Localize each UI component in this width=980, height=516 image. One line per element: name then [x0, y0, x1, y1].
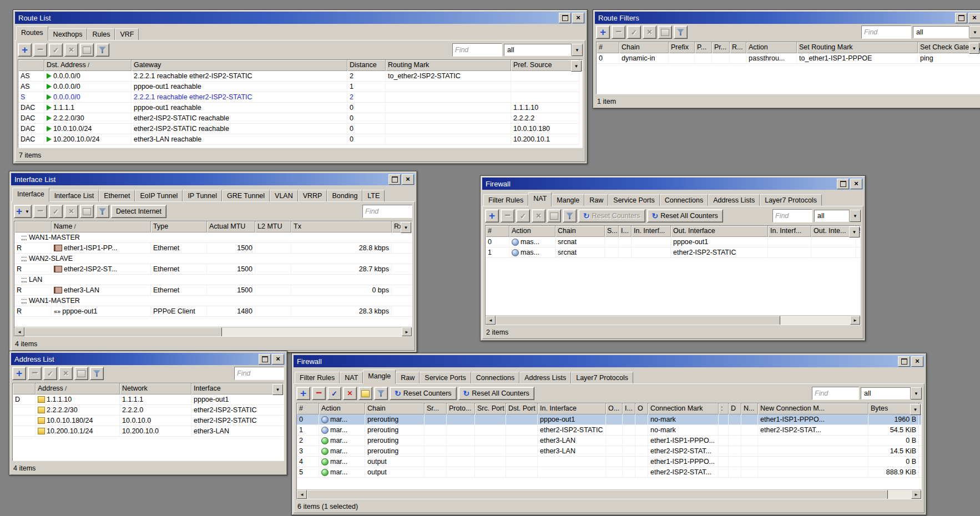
table-cell[interactable]: 10.200.10.1/24 [36, 426, 120, 437]
table-cell[interactable]: DAC [18, 124, 44, 134]
table-cell[interactable] [475, 446, 506, 457]
table-cell[interactable] [719, 436, 729, 446]
filter-button[interactable] [90, 367, 104, 380]
scroll-right-button[interactable]: ► [911, 490, 921, 499]
table-cell[interactable]: pppoe-out1 [538, 414, 606, 425]
table-cell[interactable] [447, 414, 475, 425]
column-header[interactable]: In. Interface [538, 403, 606, 414]
table-cell[interactable]: passthrou... [746, 53, 797, 64]
add-button[interactable]: + [485, 209, 499, 222]
scrollbar-thumb[interactable] [496, 316, 780, 325]
comment-button[interactable] [358, 387, 372, 400]
table-cell[interactable] [623, 467, 635, 478]
table-cell[interactable]: 10.0.10.0 [120, 416, 191, 426]
table-cell[interactable] [619, 247, 632, 258]
address-list-window[interactable]: Address List × + − ✓ ✕ ▼ Address /Networ… [9, 351, 287, 475]
table-cell[interactable]: PPPoE Client [151, 306, 207, 317]
table-cell[interactable]: pppoe-out1 reachable [132, 103, 347, 113]
table-cell[interactable]: mar... [319, 425, 365, 436]
column-header[interactable]: Actual MTU [207, 221, 255, 232]
table-cell[interactable]: 0 [347, 124, 386, 134]
scroll-left-button[interactable]: ◄ [486, 316, 496, 325]
table-cell[interactable]: 1500 [207, 243, 255, 254]
table-cell[interactable]: 1 [486, 247, 509, 258]
firewall-nat-window[interactable]: Firewall × Filter RulesNATMangleRawServi… [480, 175, 866, 341]
column-header[interactable]: Pr... [712, 42, 730, 53]
table-cell[interactable]: 1.1.1.10 [511, 103, 579, 113]
table-cell[interactable] [811, 247, 856, 258]
tab-raw[interactable]: Raw [584, 194, 608, 206]
table-cell[interactable] [741, 446, 758, 457]
comment-row[interactable]: ;;; LAN [14, 275, 412, 285]
column-selector-button[interactable]: ▼ [401, 222, 411, 233]
comment-row[interactable]: ;;; WAN1-MASTER [14, 296, 412, 306]
table-cell[interactable]: 2.2.2.0/30 [44, 113, 132, 124]
reset-all-counters-button[interactable]: ↻Reset All Counters [647, 209, 723, 222]
table-cell[interactable] [13, 426, 36, 437]
table-cell[interactable] [538, 467, 606, 478]
filter-button[interactable] [374, 387, 388, 400]
table-cell[interactable] [719, 425, 729, 436]
maximize-button[interactable] [559, 13, 571, 23]
table-cell[interactable] [506, 436, 538, 446]
table-cell[interactable] [511, 92, 579, 103]
table-cell[interactable]: 0 [597, 53, 619, 64]
remove-button[interactable]: − [33, 43, 47, 57]
table-cell[interactable] [719, 467, 729, 478]
table-cell[interactable]: ether2-ISP2-STAT... [648, 446, 719, 457]
table-cell[interactable]: 14 [919, 414, 921, 425]
tab-bonding[interactable]: Bonding [327, 190, 362, 201]
table-cell[interactable]: 10.200.10.0 [120, 426, 191, 437]
column-header[interactable]: Sr... [425, 403, 447, 414]
column-header[interactable]: N... [741, 403, 758, 414]
table-cell[interactable] [729, 457, 741, 467]
tab-eoip-tunnel[interactable]: EoIP Tunnel [135, 190, 183, 201]
table-row[interactable]: 3mar...preroutingether3-LANether2-ISP2-S… [297, 446, 921, 457]
table-cell[interactable] [635, 457, 648, 467]
tab-interface[interactable]: Interface [12, 188, 49, 202]
tab-mangle[interactable]: Mangle [363, 370, 396, 384]
column-header[interactable]: # [297, 403, 319, 414]
route-list-window[interactable]: Route List × RoutesNexthopsRulesVRF + − … [13, 9, 588, 164]
table-cell[interactable]: 1.1.1.1 [44, 103, 132, 113]
find-input[interactable] [772, 209, 812, 222]
table-row[interactable]: AS0.0.0.0/0pppoe-out1 reachable1 [18, 82, 582, 92]
table-cell[interactable]: output [365, 457, 425, 467]
table-cell[interactable]: R [14, 243, 52, 254]
table-cell[interactable]: mas... [509, 237, 555, 247]
table-cell[interactable] [475, 457, 506, 467]
table-cell[interactable] [606, 446, 623, 457]
table-cell[interactable] [729, 446, 741, 457]
table-cell[interactable] [606, 425, 623, 436]
table-cell[interactable] [606, 457, 623, 467]
detect-internet-button[interactable]: Detect Internet [111, 205, 166, 218]
table-cell[interactable]: 0 bps [291, 285, 392, 296]
column-header[interactable]: S... [605, 226, 619, 237]
find-input[interactable] [234, 367, 284, 380]
table-cell[interactable]: ether3-LAN [191, 426, 284, 437]
tab-address-lists[interactable]: Address Lists [519, 372, 571, 383]
column-header[interactable]: O... [606, 403, 623, 414]
table-cell[interactable]: prerouting [365, 414, 425, 425]
horizontal-scrollbar[interactable]: ◄ ► [486, 315, 860, 325]
column-header[interactable]: Action [509, 226, 555, 237]
table-cell[interactable]: ether2-ISP2-STATIC [191, 416, 284, 426]
table-cell[interactable] [719, 457, 729, 467]
tab-nat[interactable]: NAT [340, 372, 363, 383]
column-header[interactable]: Tx [291, 221, 392, 232]
table-row[interactable]: DAC1.1.1.1pppoe-out1 reachable01.1.1.10 [18, 103, 582, 113]
close-button[interactable]: × [968, 13, 980, 23]
add-button[interactable]: + [18, 43, 32, 57]
column-header[interactable]: Action [746, 42, 797, 53]
table-cell[interactable] [538, 457, 606, 467]
table-cell[interactable]: 0 [347, 134, 386, 145]
column-header[interactable]: # [597, 42, 619, 53]
column-header[interactable]: In. Interf... [768, 226, 811, 237]
remove-button[interactable]: − [312, 387, 326, 400]
table-cell[interactable]: ether1-ISP1-PP... [52, 243, 151, 254]
table-cell[interactable] [635, 446, 648, 457]
table-row[interactable]: DAC10.200.10.0/24ether3-LAN reachable010… [18, 134, 582, 145]
table-cell[interactable]: 2.2.2.2/30 [36, 405, 120, 416]
table-row[interactable]: Rpppoe-out1PPPoE Client148028.3 kbps [14, 306, 412, 317]
table-cell[interactable]: 2 [297, 436, 319, 446]
